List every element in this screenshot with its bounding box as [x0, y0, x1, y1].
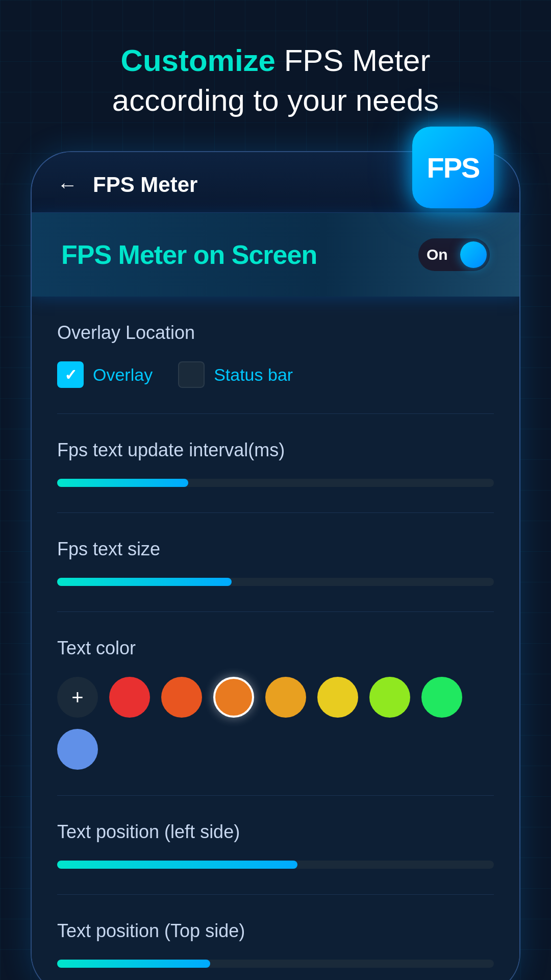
- screen-title: FPS Meter: [93, 173, 197, 197]
- overlay-option[interactable]: ✓ Overlay: [57, 361, 153, 388]
- fps-text-size-fill: [57, 578, 232, 586]
- overlay-checkbox-checked[interactable]: ✓: [57, 361, 84, 388]
- fps-text-size-label: Fps text size: [57, 538, 494, 560]
- color-swatch-yellow-green[interactable]: [369, 677, 410, 718]
- status-bar-option-label: Status bar: [214, 365, 293, 385]
- fps-interval-slider[interactable]: [57, 479, 494, 487]
- toggle-thumb: [460, 241, 487, 268]
- add-color-button[interactable]: +: [57, 677, 98, 718]
- text-position-top-label: Text position (Top side): [57, 920, 494, 942]
- toggle-track[interactable]: On: [418, 238, 490, 271]
- text-position-left-label: Text position (left side): [57, 821, 494, 843]
- text-position-left-fill: [57, 861, 297, 869]
- main-toggle-label: FPS Meter on Screen: [61, 239, 317, 270]
- text-position-top-slider[interactable]: [57, 960, 494, 968]
- header-highlight: Customize: [121, 43, 276, 78]
- status-bar-option[interactable]: Status bar: [178, 361, 293, 388]
- fps-interval-section: Fps text update interval(ms): [57, 414, 494, 513]
- back-button[interactable]: ←: [57, 175, 78, 195]
- add-color-icon: +: [71, 686, 83, 709]
- fps-badge: FPS: [412, 127, 494, 208]
- color-row: +: [57, 677, 494, 770]
- settings-content: Overlay Location ✓ Overlay Status bar: [32, 297, 519, 980]
- text-color-label: Text color: [57, 638, 494, 659]
- color-swatch-blue[interactable]: [57, 729, 98, 770]
- color-swatch-red[interactable]: [109, 677, 150, 718]
- text-position-left-section: Text position (left side): [57, 796, 494, 895]
- text-position-top-section: Text position (Top side): [57, 895, 494, 980]
- overlay-location-section: Overlay Location ✓ Overlay Status bar: [57, 297, 494, 414]
- phone-inner: ← FPS Meter FPS Meter on Screen On Overl…: [32, 152, 519, 980]
- fps-meter-toggle[interactable]: On: [418, 238, 490, 271]
- color-swatch-green[interactable]: [421, 677, 462, 718]
- color-swatch-orange-red[interactable]: [161, 677, 202, 718]
- checkmark-icon: ✓: [64, 366, 77, 384]
- fps-text-size-slider[interactable]: [57, 578, 494, 586]
- color-swatch-amber[interactable]: [265, 677, 306, 718]
- fps-badge-label: FPS: [427, 151, 480, 184]
- color-swatch-yellow[interactable]: [317, 677, 358, 718]
- header-title: Customize FPS Meter according to your ne…: [51, 41, 500, 120]
- overlay-option-label: Overlay: [93, 365, 153, 385]
- main-toggle-row: FPS Meter on Screen On: [32, 213, 519, 297]
- fps-interval-label: Fps text update interval(ms): [57, 439, 494, 461]
- text-position-left-slider[interactable]: [57, 861, 494, 869]
- text-position-top-fill: [57, 960, 210, 968]
- phone-mockup: FPS ← FPS Meter FPS Meter on Screen On: [31, 151, 520, 980]
- text-color-section: Text color +: [57, 612, 494, 796]
- toggle-on-label: On: [427, 246, 448, 263]
- overlay-location-label: Overlay Location: [57, 322, 494, 344]
- color-swatch-orange[interactable]: [213, 677, 254, 718]
- status-bar-checkbox[interactable]: [178, 361, 205, 388]
- fps-text-size-section: Fps text size: [57, 513, 494, 612]
- overlay-location-options: ✓ Overlay Status bar: [57, 361, 494, 388]
- page-header: Customize FPS Meter according to your ne…: [31, 41, 520, 120]
- fps-interval-fill: [57, 479, 188, 487]
